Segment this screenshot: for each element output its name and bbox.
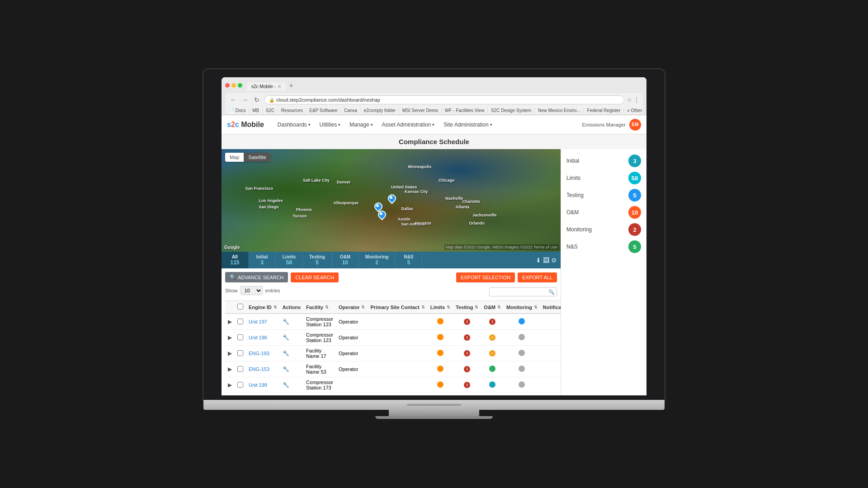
nav-utilities[interactable]: Utilities ▾ [315,115,345,134]
chevron-down-icon: ▾ [371,122,373,127]
minimize-button[interactable] [231,83,236,88]
legend-initial-badge[interactable]: 3 [628,155,641,167]
bookmark-docs[interactable]: 📄 Docs [229,108,246,113]
bookmark-e2comply[interactable]: e2comply folder [363,108,396,113]
engine-id-link[interactable]: ENG-153 [249,366,269,372]
address-bar[interactable]: 🔒 cloud.step2compliance.com/dashboard/ne… [264,95,624,104]
action-wrench-icon[interactable]: 🔧 [283,350,289,357]
map-pin-3[interactable] [377,211,385,220]
active-tab[interactable]: s2c Mobile - ✕ [247,82,286,91]
ssl-icon: 🔒 [269,98,274,103]
tab-om[interactable]: O&M 10 [332,252,359,268]
row-checkbox[interactable] [237,366,243,372]
close-button[interactable] [225,83,230,88]
menu-icon[interactable]: ⋮ [634,97,639,103]
row-expand-icon[interactable]: ▶ [228,350,232,357]
bookmark-s2cdesign[interactable]: S2C Design System [491,108,531,113]
bookmark-nm[interactable]: New Mexico Enviro... [538,108,580,113]
th-testing[interactable]: Testing⇅ [453,301,481,314]
tab-limits[interactable]: Limits 58 [276,252,303,268]
action-wrench-icon[interactable]: 🔧 [283,334,289,341]
th-operator[interactable]: Operator⇅ [336,301,368,314]
settings-icon[interactable]: ⚙ [551,257,557,264]
bookmark-canva[interactable]: Canva [344,108,357,113]
entries-select[interactable]: 10 25 50 100 [241,286,263,295]
tab-close-icon[interactable]: ✕ [278,84,281,89]
table-search-input[interactable] [489,287,557,296]
new-tab-button[interactable]: + [287,80,296,91]
forward-button[interactable]: → [241,95,250,104]
engine-id-link[interactable]: Unit 199 [249,382,267,388]
bookmark-mb[interactable]: MB [252,108,259,113]
legend-limits-badge[interactable]: 58 [628,172,641,184]
engine-id-link[interactable]: ENG-193 [249,351,269,356]
tab-all[interactable]: All 115 [222,252,249,268]
legend-monitoring-badge[interactable]: 2 [628,223,641,236]
tab-monitoring[interactable]: Monitoring 2 [359,252,396,268]
legend-item-initial: Initial 3 [566,155,641,167]
user-avatar[interactable]: EM [629,119,641,131]
action-wrench-icon[interactable]: 🔧 [283,366,289,372]
th-engine-id[interactable]: Engine ID⇅ [246,301,280,314]
row-expand-icon[interactable]: ▶ [228,366,232,372]
row-checkbox[interactable] [237,319,243,324]
star-icon[interactable]: ☆ [627,97,632,103]
image-icon[interactable]: 🖼 [543,257,549,264]
tab-ns[interactable]: N&S 5 [395,252,422,268]
bookmark-s2c[interactable]: S2C [266,108,274,113]
nav-asset-admin[interactable]: Asset Administration ▾ [377,115,439,134]
facility-cell: Compressor Station 123 [303,314,336,330]
engine-id-link[interactable]: Unit 197 [249,319,267,324]
clear-search-button[interactable]: CLEAR SEARCH [291,272,339,282]
map-container[interactable]: United States Denver Dallas Atlanta Nash… [222,149,561,252]
legend-om-badge[interactable]: 10 [628,206,641,219]
nav-manage-label: Manage [349,122,369,128]
map-toggle-map[interactable]: Map [225,153,244,162]
row-expand-icon[interactable]: ▶ [228,319,232,325]
export-selection-button[interactable]: EXPORT SELECTION [456,272,515,282]
map-pin-1[interactable] [387,194,395,203]
nav-dashboards[interactable]: Dashboards ▾ [273,115,315,134]
th-limits[interactable]: Limits⇅ [428,301,453,314]
map-label-chicago: Chicago [439,178,455,183]
bookmark-wf[interactable]: WF - Facilities View [445,108,485,113]
action-wrench-icon[interactable]: 🔧 [283,382,289,388]
bookmark-resources[interactable]: Resources [281,108,303,113]
th-facility[interactable]: Facility⇅ [303,301,336,314]
row-checkbox[interactable] [237,382,243,388]
nav-manage[interactable]: Manage ▾ [345,115,377,134]
th-monitoring[interactable]: Monitoring⇅ [504,301,540,314]
maximize-button[interactable] [238,83,242,88]
row-expand-icon[interactable]: ▶ [228,334,232,341]
refresh-button[interactable]: ↻ [252,95,261,104]
th-contact[interactable]: Primary Site Contact⇅ [368,301,427,314]
monitoring-status [519,381,525,388]
download-icon[interactable]: ⬇ [536,257,541,264]
back-button[interactable]: ← [229,95,238,104]
advance-search-button[interactable]: 🔍 ADVANCE SEARCH [225,272,288,282]
map-toggle-satellite[interactable]: Satellite [244,153,270,162]
row-checkbox[interactable] [237,334,243,340]
engine-id-link[interactable]: Unit 196 [249,335,267,340]
laptop-speaker [407,404,461,406]
action-wrench-icon[interactable]: 🔧 [283,319,289,325]
map-label-sf: San Francisco [245,186,274,191]
window-controls [225,83,242,88]
bookmark-ep[interactable]: E&P Software [309,108,337,113]
tab-initial[interactable]: Initial 3 [249,252,276,268]
legend-testing-badge[interactable]: 5 [628,189,641,202]
bookmark-msi[interactable]: MSI Server Demo [402,108,438,113]
bookmark-other[interactable]: » Other bookmarks [627,108,643,113]
row-expand-icon[interactable]: ▶ [228,382,232,388]
legend-ns-badge[interactable]: 5 [628,240,641,253]
export-all-button[interactable]: EXPORT ALL [518,272,557,282]
th-notifications[interactable]: Notifications / Submittals⇅ [540,301,561,314]
sort-monitoring-icon: ⇅ [534,305,538,310]
th-om[interactable]: O&M⇅ [481,301,504,314]
row-checkbox[interactable] [237,350,243,356]
map-pin-2[interactable] [374,202,381,211]
tab-testing[interactable]: Testing 5 [303,252,332,268]
bookmark-federal[interactable]: Federal Register [587,108,621,113]
select-all-checkbox[interactable] [237,304,243,310]
nav-site-admin[interactable]: Site Administration ▾ [439,115,496,134]
